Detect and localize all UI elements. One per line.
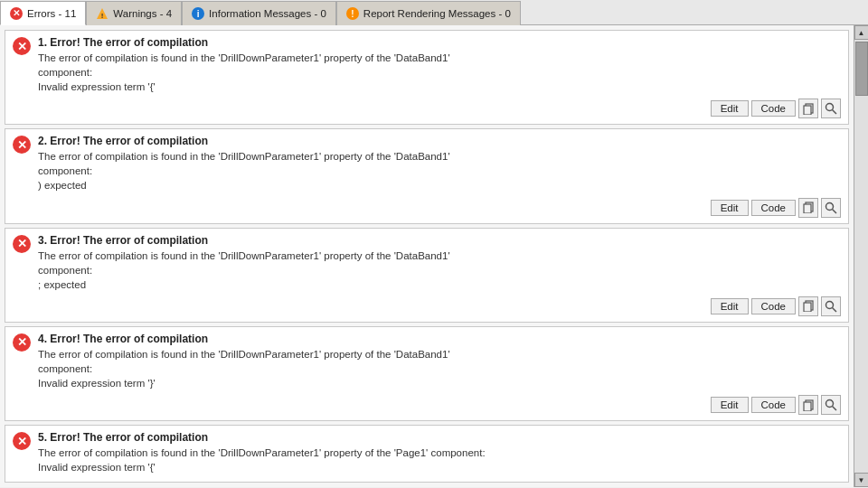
copy-button-4[interactable] — [798, 395, 818, 415]
error-icon-1: ✕ — [13, 37, 31, 55]
scrollbar-up-arrow[interactable]: ▲ — [854, 25, 869, 40]
search-icon-2 — [825, 202, 837, 214]
tab-report[interactable]: ! Report Rendering Messages - 0 — [336, 1, 521, 25]
svg-point-12 — [826, 301, 834, 308]
error-icon: ✕ — [10, 7, 23, 20]
report-icon: ! — [346, 7, 359, 20]
copy-button-3[interactable] — [798, 296, 818, 316]
tab-warnings-label: Warnings - 4 — [113, 8, 172, 19]
message-header-2: ✕ 2. Error! The error of compilation The… — [13, 135, 841, 192]
copy-icon-3 — [803, 300, 815, 312]
svg-line-9 — [833, 209, 837, 213]
search-icon-1 — [825, 102, 837, 115]
message-body-2: The error of compilation is found in the… — [38, 149, 841, 192]
message-actions-1: Edit Code — [13, 99, 841, 118]
svg-point-8 — [826, 202, 834, 210]
copy-button-1[interactable] — [798, 99, 818, 118]
message-title-4: 4. Error! The error of compilation — [38, 333, 841, 345]
svg-point-4 — [826, 104, 834, 111]
svg-rect-3 — [804, 106, 811, 115]
svg-text:!: ! — [101, 12, 104, 20]
search-icon-3 — [825, 300, 837, 313]
message-list-wrapper: ✕ 1. Error! The error of compilation The… — [0, 25, 854, 487]
edit-button-2[interactable]: Edit — [711, 200, 749, 216]
scrollbar-down-arrow[interactable]: ▼ — [854, 473, 869, 487]
message-header-3: ✕ 3. Error! The error of compilation The… — [13, 234, 841, 292]
edit-button-1[interactable]: Edit — [711, 100, 749, 117]
svg-rect-7 — [804, 204, 811, 213]
search-button-4[interactable] — [821, 395, 841, 415]
error-icon-2: ✕ — [13, 136, 31, 154]
tab-errors[interactable]: ✕ Errors - 11 — [0, 1, 86, 25]
message-body-1: The error of compilation is found in the… — [38, 51, 841, 94]
scrollbar-track: ▲ ▼ — [854, 25, 868, 487]
main-area: ✕ 1. Error! The error of compilation The… — [0, 25, 868, 487]
svg-rect-15 — [804, 402, 811, 411]
tab-errors-label: Errors - 11 — [27, 8, 76, 19]
message-actions-2: Edit Code — [13, 198, 841, 218]
search-icon-4 — [825, 399, 837, 411]
warning-icon: ! — [96, 7, 108, 20]
tab-bar: ✕ Errors - 11 ! Warnings - 4 i Informati… — [0, 0, 868, 25]
svg-line-17 — [833, 407, 837, 411]
message-card-3: ✕ 3. Error! The error of compilation The… — [5, 228, 849, 323]
code-button-4[interactable]: Code — [751, 397, 797, 413]
message-title-2: 2. Error! The error of compilation — [38, 135, 841, 147]
copy-button-2[interactable] — [798, 198, 818, 218]
message-content-2: 2. Error! The error of compilation The e… — [38, 135, 841, 192]
message-card-2: ✕ 2. Error! The error of compilation The… — [5, 128, 849, 223]
error-icon-4: ✕ — [13, 333, 31, 352]
message-body-5: The error of compilation is found in the… — [38, 446, 841, 474]
search-button-1[interactable] — [821, 99, 841, 118]
message-content-3: 3. Error! The error of compilation The e… — [38, 234, 841, 292]
error-icon-5: ✕ — [13, 432, 31, 450]
message-body-4: The error of compilation is found in the… — [38, 347, 841, 390]
svg-point-16 — [826, 400, 834, 408]
code-button-1[interactable]: Code — [751, 100, 797, 117]
search-button-3[interactable] — [821, 296, 841, 316]
copy-icon-4 — [803, 399, 815, 411]
message-list[interactable]: ✕ 1. Error! The error of compilation The… — [5, 30, 849, 483]
copy-icon-2 — [803, 202, 815, 213]
message-header-5: ✕ 5. Error! The error of compilation The… — [13, 431, 841, 474]
code-button-3[interactable]: Code — [751, 298, 797, 314]
message-actions-4: Edit Code — [13, 395, 841, 415]
message-card-5: ✕ 5. Error! The error of compilation The… — [5, 425, 849, 483]
edit-button-4[interactable]: Edit — [711, 397, 749, 413]
message-content-4: 4. Error! The error of compilation The e… — [38, 333, 841, 390]
message-header-4: ✕ 4. Error! The error of compilation The… — [13, 333, 841, 390]
scrollbar-thumb[interactable] — [855, 42, 868, 96]
code-button-2[interactable]: Code — [751, 200, 797, 216]
message-title-1: 1. Error! The error of compilation — [38, 36, 841, 49]
message-card-4: ✕ 4. Error! The error of compilation The… — [5, 326, 849, 421]
message-title-5: 5. Error! The error of compilation — [38, 431, 841, 444]
tab-info-label: Information Messages - 0 — [209, 8, 326, 19]
tab-report-label: Report Rendering Messages - 0 — [363, 8, 511, 19]
svg-rect-11 — [804, 303, 811, 312]
svg-line-13 — [833, 307, 837, 312]
message-content-5: 5. Error! The error of compilation The e… — [38, 431, 841, 474]
message-title-3: 3. Error! The error of compilation — [38, 234, 841, 247]
copy-icon-1 — [803, 103, 815, 115]
message-card-1: ✕ 1. Error! The error of compilation The… — [5, 30, 849, 125]
svg-line-5 — [833, 110, 837, 115]
edit-button-3[interactable]: Edit — [711, 298, 749, 314]
message-actions-3: Edit Code — [13, 296, 841, 316]
search-button-2[interactable] — [821, 198, 841, 218]
info-icon: i — [192, 7, 204, 20]
message-body-3: The error of compilation is found in the… — [38, 249, 841, 292]
message-content-1: 1. Error! The error of compilation The e… — [38, 36, 841, 94]
error-icon-3: ✕ — [13, 235, 31, 253]
message-header-1: ✕ 1. Error! The error of compilation The… — [13, 36, 841, 94]
tab-warnings[interactable]: ! Warnings - 4 — [86, 1, 182, 25]
tab-info[interactable]: i Information Messages - 0 — [182, 1, 336, 25]
